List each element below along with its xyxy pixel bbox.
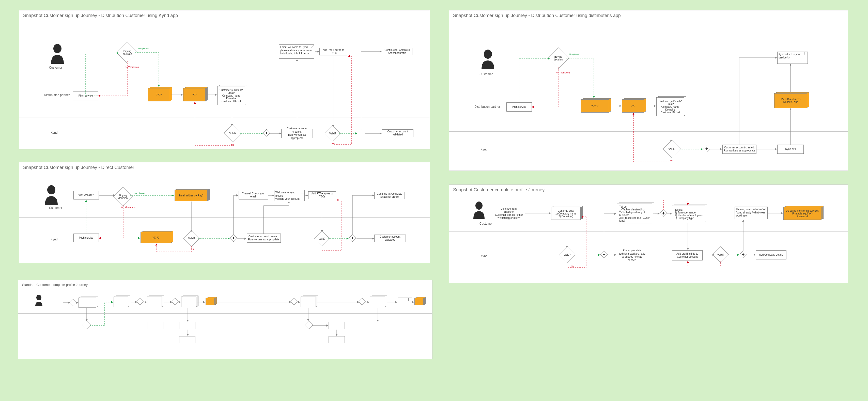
svg-point-5 bbox=[47, 185, 55, 194]
decision-valid-2: Valid? bbox=[712, 246, 729, 263]
svg-point-3 bbox=[484, 50, 492, 59]
node-pitch: Pitch service bbox=[73, 91, 98, 100]
stack-confirm: Confirm / add: 1) Company name 2) Domain… bbox=[551, 207, 581, 220]
stack-q2: ??? bbox=[622, 99, 644, 113]
node-continue: Continue to: Complete Snapshot profile bbox=[382, 46, 412, 57]
panel-title: Snapshot Customer sign up Journey - Dist… bbox=[23, 13, 178, 18]
edge-label: No Thank you bbox=[125, 66, 139, 68]
stack-details: Customer(s) Details* Email* Company name… bbox=[656, 97, 684, 116]
node-created: Customer account created. Run workers as… bbox=[722, 145, 756, 154]
lane-label: Customer bbox=[479, 222, 493, 225]
edge-label: No bbox=[670, 159, 673, 162]
stack-view: View Distributer's website / app bbox=[774, 93, 807, 108]
node-created: Customer account created. Run workers as… bbox=[281, 129, 313, 138]
edge-label: Yes please bbox=[133, 192, 145, 195]
stack-q1: ????? bbox=[581, 99, 609, 113]
gate-icon: + bbox=[230, 235, 237, 242]
node-visit: Visit website? bbox=[73, 191, 99, 199]
note-added: Kynd added to your service(s) bbox=[777, 52, 808, 64]
stack-email-pay: Email address + Pay? bbox=[175, 190, 208, 201]
decision-buying: Buying decision bbox=[117, 42, 138, 64]
note-welcome: Welcome to Kynd please validate your acc… bbox=[274, 190, 305, 201]
lane-label: Customer bbox=[479, 72, 493, 76]
panel-distributer-app: Snapshot Customer sign up Journey - Dist… bbox=[449, 10, 848, 171]
lane-label: Customer bbox=[49, 206, 62, 210]
edge-label: Yes please bbox=[569, 53, 580, 55]
node-validated: Customer account validated bbox=[382, 129, 413, 137]
edge-label: No Thank you bbox=[556, 71, 570, 74]
decision-valid: Valid? bbox=[224, 124, 242, 142]
panel-snapshot-profile: Snapshot Customer complete profile Journ… bbox=[449, 184, 848, 283]
gate-icon: + bbox=[349, 235, 356, 242]
node-created: Customer account created. Run workers as… bbox=[247, 234, 281, 243]
edge-label: No bbox=[191, 248, 194, 250]
edge-label: No bbox=[332, 142, 335, 145]
note-info: Thanks, here's what we've found already … bbox=[735, 207, 768, 219]
node-continue: Continue to: Complete Snapshot profile bbox=[374, 190, 405, 201]
node-cont-from: Continue from: Snapshot Customer sign up… bbox=[494, 207, 524, 220]
panel-standard-profile: Standard Customer complete profile Journ… bbox=[18, 280, 432, 359]
svg-point-0 bbox=[53, 44, 61, 53]
stack-upsell: Up sell to monitoring service? Printable… bbox=[783, 207, 822, 220]
panel-title: Standard Customer complete profile Journ… bbox=[22, 283, 88, 287]
gate-icon: + bbox=[660, 210, 667, 217]
gate-icon: + bbox=[263, 129, 270, 136]
note-email: Email: Welcome to Kynd please validate y… bbox=[279, 44, 314, 59]
edge-label: No Thank you bbox=[121, 206, 135, 209]
stack-q1: ???? bbox=[148, 88, 170, 101]
edge-label: No bbox=[231, 144, 234, 146]
node-workers: Run appropriate additional workers / add… bbox=[617, 250, 647, 261]
gate-icon: + bbox=[600, 251, 608, 258]
svg-point-8 bbox=[475, 202, 483, 210]
stack-tell1: Tell us: 1) Tech understanding 2) Tech d… bbox=[617, 204, 652, 224]
edge-label: No bbox=[571, 265, 574, 268]
panel-kynd-app: Snapshot Customer sign up Journey - Dist… bbox=[19, 10, 430, 149]
lane-label: Customer bbox=[49, 66, 62, 69]
decision-valid-2: Valid? bbox=[314, 231, 330, 246]
lane-label: Kynd bbox=[51, 238, 57, 241]
node-pw: Add PW + agree to T&Cs bbox=[319, 48, 347, 55]
edge-label: Yes please bbox=[138, 47, 149, 50]
decision-valid-2: Valid? bbox=[325, 126, 340, 141]
lane-label: Kynd bbox=[480, 254, 487, 258]
customer-avatar-icon bbox=[479, 49, 497, 69]
gate-icon: + bbox=[740, 251, 747, 258]
customer-avatar-icon bbox=[34, 295, 44, 306]
lane-label: Kynd bbox=[480, 148, 487, 151]
stack-details: Customer(s) Details* Email* Company name… bbox=[217, 86, 245, 105]
lane-label: Distribution partner bbox=[474, 105, 500, 109]
decision-valid: Valid? bbox=[183, 230, 200, 246]
svg-point-12 bbox=[36, 295, 41, 300]
lane-label: Distribution partner bbox=[44, 93, 70, 97]
node-thanks: Thanks! Check your email bbox=[239, 191, 268, 199]
node-api: Kynd API bbox=[777, 145, 804, 154]
decision-buying: Buying decision bbox=[548, 48, 569, 69]
decision-valid: Valid? bbox=[559, 246, 575, 263]
stack-tell2: Tell us: 1) Turn over range 2) Number of… bbox=[672, 206, 705, 222]
decision-buying: Buying decision bbox=[113, 187, 133, 206]
panel-title: Snapshot Customer sign up Journey - Dire… bbox=[23, 165, 134, 170]
gate-icon: + bbox=[703, 145, 710, 152]
panel-title: Snapshot Customer sign up Journey - Dist… bbox=[453, 13, 621, 18]
customer-avatar-icon bbox=[42, 185, 60, 205]
panel-title: Snapshot Customer complete profile Journ… bbox=[453, 187, 545, 193]
stack-q1: ????? bbox=[141, 232, 171, 243]
node-pitch: Pitch service bbox=[506, 102, 532, 112]
lane-label: Kynd bbox=[51, 131, 57, 134]
node-pw: Add PW + agree to T&Cs bbox=[308, 191, 336, 199]
node-add-details: Add Company details bbox=[756, 250, 786, 259]
stack-q2: ??? bbox=[183, 88, 206, 101]
node-pitch: Pitch service bbox=[73, 234, 99, 242]
customer-avatar-icon bbox=[471, 201, 487, 219]
diagram-canvas: Snapshot Customer sign up Journey - Dist… bbox=[0, 0, 868, 401]
gate-icon: + bbox=[358, 129, 365, 136]
decision-valid: Valid? bbox=[663, 140, 681, 158]
panel-direct: Snapshot Customer sign up Journey - Dire… bbox=[19, 162, 430, 263]
customer-avatar-icon bbox=[49, 43, 66, 64]
node-validated: Customer account validated bbox=[374, 235, 406, 242]
